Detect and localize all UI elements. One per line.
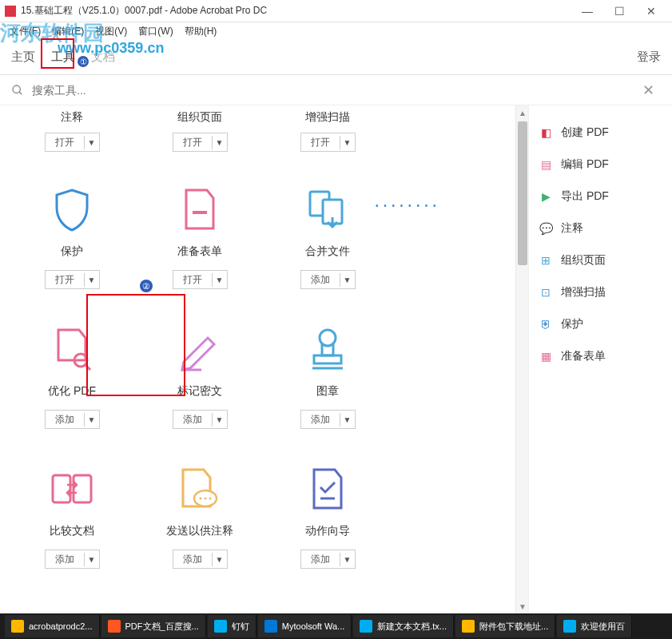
tool-action-button[interactable]: 打开▼ xyxy=(45,270,100,289)
taskbar-app-icon xyxy=(563,620,576,633)
taskbar-item[interactable]: Mytoolsoft Wa... xyxy=(258,615,352,637)
sidebar-item-5[interactable]: ⊡增强扫描 xyxy=(539,276,662,308)
tools-content: • • • • • • • • 注释 打开▼ 组织页面 打开▼ 增强扫描 打开▼… xyxy=(0,105,515,613)
tool-form[interactable]: 准备表单 打开▼ xyxy=(136,171,264,311)
taskbar-item[interactable]: 附件包下载地址... xyxy=(455,615,555,637)
sidebar-item-4[interactable]: ⊞组织页面 xyxy=(539,244,662,276)
taskbar-item[interactable]: 新建文本文档.tx... xyxy=(353,615,454,637)
tool-action-button[interactable]: 添加▼ xyxy=(300,410,356,429)
sidebar-item-1[interactable]: ▤编辑 PDF xyxy=(539,149,662,181)
tool-action-button[interactable]: 添加▼ xyxy=(45,550,100,569)
taskbar-item[interactable]: PDF文档_百度搜... xyxy=(101,615,206,637)
sidebar-icon: ▶ xyxy=(539,189,553,204)
taskbar-app-icon xyxy=(360,620,372,633)
svg-point-14 xyxy=(200,498,202,500)
chevron-down-icon[interactable]: ▼ xyxy=(85,415,99,424)
tool-enhance-scan[interactable]: 增强扫描 打开▼ xyxy=(264,110,392,166)
tool-combine[interactable]: 合并文件 添加▼ xyxy=(264,171,392,311)
taskbar-label: 附件包下载地址... xyxy=(479,621,548,633)
tool-label: 保护 xyxy=(61,244,83,259)
nav-home[interactable]: 主页 xyxy=(11,50,35,65)
taskbar-item[interactable]: 欢迎使用百 xyxy=(557,615,632,637)
tool-open-button[interactable]: 打开▼ xyxy=(300,133,356,152)
menu-help[interactable]: 帮助(H) xyxy=(180,23,222,40)
taskbar-label: 钉钉 xyxy=(232,621,249,633)
sidebar-item-3[interactable]: 💬注释 xyxy=(539,212,662,244)
chevron-down-icon[interactable]: ▼ xyxy=(85,138,99,147)
tool-label: 发送以供注释 xyxy=(166,524,233,538)
sidebar-item-2[interactable]: ▶导出 PDF xyxy=(539,181,662,212)
compare-icon xyxy=(50,466,94,511)
search-bar: ✕ xyxy=(0,75,672,105)
form-icon xyxy=(177,187,222,232)
tool-action[interactable]: 动作向导 添加▼ xyxy=(264,450,392,590)
tool-stamp[interactable]: 图章 添加▼ xyxy=(264,311,392,450)
taskbar-item[interactable]: 钉钉 xyxy=(208,615,256,637)
chevron-down-icon[interactable]: ▼ xyxy=(340,555,355,564)
taskbar-app-icon xyxy=(462,620,475,633)
chevron-down-icon[interactable]: ▼ xyxy=(340,276,355,284)
tool-shield[interactable]: 保护 打开▼ xyxy=(8,171,136,311)
tool-label: 优化 PDF xyxy=(48,384,96,399)
tool-action-button[interactable]: 添加▼ xyxy=(173,550,228,569)
taskbar-label: Mytoolsoft Wa... xyxy=(282,621,344,631)
menu-window[interactable]: 窗口(W) xyxy=(133,23,177,40)
sidebar-label: 准备表单 xyxy=(561,349,606,363)
tool-action-button[interactable]: 添加▼ xyxy=(300,270,356,289)
tool-open-button[interactable]: 打开▼ xyxy=(173,133,228,152)
sidebar-item-0[interactable]: ◧创建 PDF xyxy=(539,117,662,149)
tool-comment[interactable]: 注释 打开▼ xyxy=(8,110,136,166)
sidebar-icon: ▦ xyxy=(539,349,553,363)
clear-search-icon[interactable]: ✕ xyxy=(636,81,661,99)
chevron-down-icon[interactable]: ▼ xyxy=(85,276,99,284)
chevron-down-icon[interactable]: ▼ xyxy=(85,555,99,564)
close-button[interactable]: ✕ xyxy=(635,1,667,22)
tool-open-button[interactable]: 打开▼ xyxy=(45,133,100,152)
scroll-up-icon[interactable]: ▲ xyxy=(519,109,527,117)
redact-icon xyxy=(177,327,222,371)
chevron-down-icon[interactable]: ▼ xyxy=(213,555,227,564)
tool-label: 标记密文 xyxy=(177,384,222,399)
taskbar-app-icon xyxy=(108,620,121,633)
tool-label: 注释 xyxy=(61,110,83,125)
search-input[interactable] xyxy=(32,84,636,97)
send-icon xyxy=(177,466,222,511)
vertical-scrollbar[interactable]: ▲ ▼ xyxy=(515,105,528,613)
taskbar-app-icon xyxy=(214,620,227,633)
tool-action-button[interactable]: 添加▼ xyxy=(300,550,356,569)
tool-redact[interactable]: 标记密文 添加▼ xyxy=(136,311,264,450)
sidebar-label: 注释 xyxy=(561,221,583,236)
taskbar-app-icon xyxy=(264,620,277,633)
maximize-button[interactable]: ☐ xyxy=(603,1,635,22)
right-sidebar: ◧创建 PDF▤编辑 PDF▶导出 PDF💬注释⊞组织页面⊡增强扫描⛨保护▦准备… xyxy=(528,105,672,613)
chevron-down-icon[interactable]: ▼ xyxy=(340,415,355,424)
tool-label: 比较文档 xyxy=(50,524,94,538)
chevron-down-icon[interactable]: ▼ xyxy=(340,138,355,147)
taskbar-label: 欢迎使用百 xyxy=(581,621,625,633)
taskbar-item[interactable]: acrobatprodc2... xyxy=(5,615,100,637)
scrollbar-thumb[interactable] xyxy=(518,121,527,265)
tool-action-button[interactable]: 添加▼ xyxy=(173,410,228,429)
scroll-down-icon[interactable]: ▼ xyxy=(519,602,527,610)
divider-dots: • • • • • • • • xyxy=(376,201,437,210)
stamp-icon xyxy=(305,327,350,371)
sidebar-icon: ⊡ xyxy=(539,285,553,300)
tool-action-button[interactable]: 打开▼ xyxy=(173,270,228,289)
tool-send[interactable]: 发送以供注释 添加▼ xyxy=(136,450,264,590)
chevron-down-icon[interactable]: ▼ xyxy=(213,138,227,147)
tool-organize[interactable]: 组织页面 打开▼ xyxy=(136,110,264,166)
sidebar-icon: 💬 xyxy=(539,221,553,236)
chevron-down-icon[interactable]: ▼ xyxy=(213,415,227,424)
taskbar-label: PDF文档_百度搜... xyxy=(125,621,199,633)
tool-action-button[interactable]: 添加▼ xyxy=(45,410,100,429)
login-link[interactable]: 登录 xyxy=(637,50,661,65)
sidebar-item-6[interactable]: ⛨保护 xyxy=(539,308,662,340)
chevron-down-icon[interactable]: ▼ xyxy=(213,276,227,284)
sidebar-icon: ⛨ xyxy=(539,317,553,331)
tool-optimize[interactable]: 优化 PDF 添加▼ xyxy=(8,311,136,450)
minimize-button[interactable]: — xyxy=(571,1,603,22)
tool-compare[interactable]: 比较文档 添加▼ xyxy=(8,450,136,590)
sidebar-label: 组织页面 xyxy=(561,253,606,268)
action-icon xyxy=(305,466,350,511)
sidebar-item-7[interactable]: ▦准备表单 xyxy=(539,340,662,372)
